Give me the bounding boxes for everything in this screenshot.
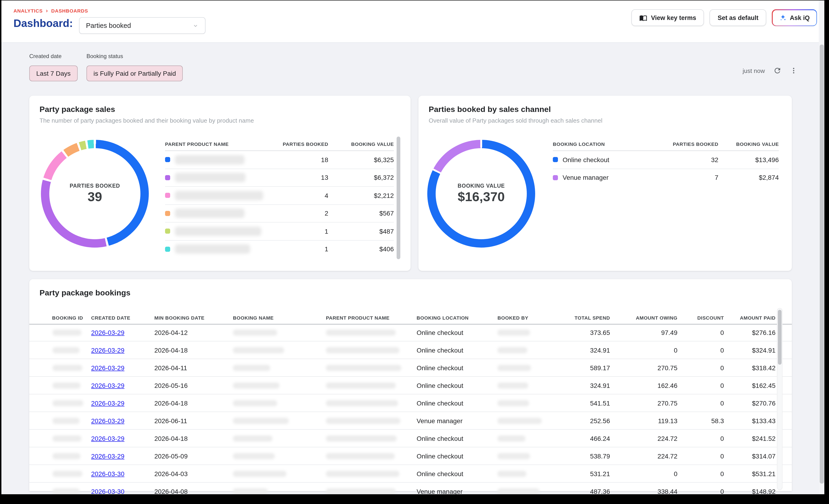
min-booking-date-cell: 2026-04-11 [154, 364, 187, 372]
table-body: 18 $6,325 13 $6,372 4 $2,212 2 $567 1 $4… [165, 151, 394, 258]
booking-location-cell: Online checkout [417, 399, 463, 407]
view-key-terms-button[interactable]: View key terms [632, 9, 704, 26]
table-row: 1 $406 [165, 240, 394, 258]
refresh-button[interactable] [773, 67, 782, 75]
col-total-spend: TOTAL SPEND [575, 315, 610, 320]
booking-value: $2,874 [759, 174, 779, 182]
created-date-filter-chip[interactable]: Last 7 Days [29, 66, 78, 81]
discount-cell: 0 [720, 399, 724, 407]
amount-owing-cell: 119.13 [658, 417, 677, 424]
product-name-redacted [175, 191, 263, 200]
created-date-cell: 2026-03-29 [91, 382, 124, 389]
book-icon [639, 14, 647, 22]
booking-row: 2026-03-29 2026-06-11 Venue manager 252.… [29, 412, 792, 430]
amount-paid-cell: $148.92 [752, 488, 776, 494]
created-date-link[interactable]: 2026-03-30 [91, 488, 124, 494]
col-amount-owing: AMOUNT OWING [636, 315, 677, 320]
total-spend-cell: 541.51 [590, 399, 610, 407]
table-row: 2 $567 [165, 205, 394, 223]
card-scrollbar-thumb[interactable] [397, 137, 400, 259]
col-booking-value: BOOKING VALUE [736, 141, 779, 147]
package-sales-table: PARENT PRODUCT NAME PARTIES BOOKED BOOKI… [165, 139, 394, 258]
amount-owing-cell: 270.75 [657, 364, 677, 372]
donut-center-value: 39 [87, 190, 102, 204]
dashboard-select[interactable]: Parties booked [79, 17, 206, 34]
booking-value: $406 [380, 245, 394, 253]
parent-product-name-redacted [326, 418, 400, 424]
bookings-scrollbar-thumb[interactable] [778, 310, 782, 365]
booked-by-redacted [498, 329, 530, 335]
more-options-button[interactable] [790, 67, 797, 74]
booking-row: 2026-03-29 2026-05-16 Online checkout 32… [29, 377, 792, 394]
booking-id-redacted [52, 453, 80, 459]
created-date-link[interactable]: 2026-03-29 [91, 399, 124, 407]
created-date-link[interactable]: 2026-03-29 [91, 452, 124, 460]
amount-owing-cell: 224.72 [657, 452, 677, 460]
created-date-link[interactable]: 2026-03-29 [91, 417, 124, 424]
booking-row: 2026-03-29 2026-04-11 Online checkout 58… [29, 359, 792, 377]
amount-owing-cell: 97.49 [661, 328, 677, 336]
discount-cell: 0 [720, 346, 724, 354]
min-booking-date-cell: 2026-05-16 [154, 382, 188, 389]
discount-cell: 0 [720, 382, 724, 389]
refresh-icon [773, 67, 782, 75]
created-date-link[interactable]: 2026-03-30 [91, 470, 124, 477]
col-parent-product-name: PARENT PRODUCT NAME [165, 141, 229, 147]
created-date-link[interactable]: 2026-03-29 [91, 382, 124, 389]
total-spend-cell: 589.17 [590, 364, 610, 372]
breadcrumb-dashboards[interactable]: DASHBOARDS [51, 8, 88, 13]
parties-booked-value: 1 [325, 228, 328, 235]
booking-location-cell: Venue manager [417, 488, 463, 494]
parent-product-name-redacted [326, 453, 395, 459]
created-date-cell: 2026-03-29 [91, 417, 124, 424]
set-as-default-button[interactable]: Set as default [710, 9, 766, 26]
booking-name-redacted [233, 453, 275, 459]
donut-center-value: $16,370 [458, 190, 505, 204]
set-as-default-label: Set as default [718, 14, 759, 21]
total-spend-cell: 373.65 [590, 328, 610, 336]
min-booking-date-cell: 2026-04-03 [154, 470, 188, 477]
booking-row: 2026-03-30 2026-04-08 Venue manager 487.… [29, 482, 792, 494]
booking-value: $6,372 [374, 174, 394, 182]
amount-paid-cell: $241.52 [752, 434, 776, 442]
total-spend-cell: 252.56 [590, 417, 610, 424]
product-name-redacted [175, 155, 245, 164]
booked-by-redacted [498, 488, 539, 494]
parties-booked-value: 7 [715, 174, 718, 182]
discount-cell: 0 [720, 452, 724, 460]
ask-iq-button[interactable]: Ask iQ [772, 9, 817, 26]
booking-id-redacted [52, 365, 82, 371]
page-scrollbar-thumb[interactable] [820, 45, 824, 483]
booking-status-filter-chip[interactable]: is Fully Paid or Partially Paid [86, 66, 183, 81]
created-date-link[interactable]: 2026-03-29 [91, 364, 124, 372]
breadcrumb-analytics[interactable]: ANALYTICS [13, 8, 42, 13]
booking-id-redacted [52, 329, 81, 335]
booking-value: $487 [380, 228, 394, 235]
discount-cell: 0 [720, 488, 724, 494]
col-parent-product-name: PARENT PRODUCT NAME [326, 315, 390, 320]
booking-name-redacted [233, 382, 280, 388]
booking-row: 2026-03-29 2026-04-18 Online checkout 46… [29, 430, 792, 447]
min-booking-date-cell: 2026-06-11 [154, 417, 187, 424]
product-name-redacted [175, 244, 250, 254]
total-spend-cell: 487.36 [590, 488, 610, 494]
min-booking-date-cell: 2026-04-18 [154, 434, 188, 442]
row-label: Venue manager [563, 174, 609, 182]
created-date-link[interactable]: 2026-03-29 [91, 328, 124, 336]
amount-owing-cell: 0 [674, 346, 677, 354]
booking-location-cell: Online checkout [417, 328, 463, 336]
col-booking-name: BOOKING NAME [233, 315, 274, 320]
booking-row: 2026-03-29 2026-04-18 Online checkout 32… [29, 341, 792, 359]
page-title: Dashboard: [13, 17, 73, 30]
ask-iq-inner: Ask iQ [772, 10, 816, 25]
party-package-sales-card: Party package sales The number of party … [29, 96, 410, 271]
booked-by-redacted [498, 400, 529, 406]
donut-center: PARTIES BOOKED 39 [49, 148, 140, 239]
booked-by-redacted [498, 418, 542, 424]
created-date-link[interactable]: 2026-03-29 [91, 346, 124, 354]
created-date-link[interactable]: 2026-03-29 [91, 434, 124, 442]
parent-product-name-redacted [326, 382, 396, 388]
card-subtitle: The number of party packages booked and … [39, 117, 254, 124]
parent-product-name-redacted [326, 329, 396, 335]
booking-row: 2026-03-29 2026-05-09 Online checkout 53… [29, 447, 792, 465]
